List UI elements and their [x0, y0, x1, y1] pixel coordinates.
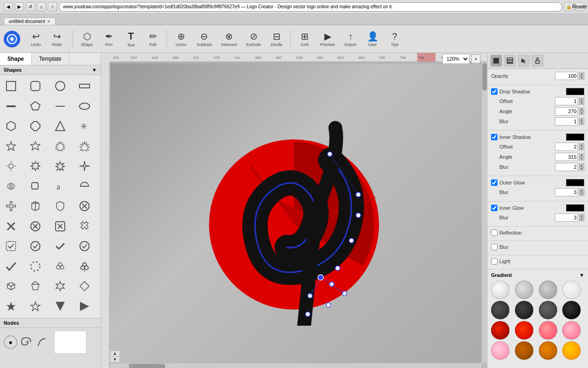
- swatch-gold[interactable]: [562, 341, 581, 360]
- shape-x-1[interactable]: [2, 217, 20, 236]
- canvas-viewport[interactable]: ▲ ▼: [110, 62, 487, 368]
- inner-shadow-blur-input[interactable]: [555, 163, 578, 171]
- shape-thin-rect[interactable]: [2, 97, 20, 115]
- drop-shadow-blur-input[interactable]: [555, 117, 578, 126]
- swatch-light-gray[interactable]: [515, 281, 533, 299]
- shape-x-circle[interactable]: [75, 197, 94, 215]
- logo-artwork[interactable]: [202, 105, 395, 326]
- lock-btn[interactable]: [531, 55, 543, 67]
- shape-star6[interactable]: [26, 137, 45, 155]
- inner-glow-blur-spinner[interactable]: ▲▼: [579, 214, 584, 221]
- preview-button[interactable]: ▶ Preview: [317, 29, 339, 49]
- fill-tool-btn[interactable]: [490, 55, 502, 67]
- swatch-bright-red[interactable]: [515, 321, 533, 339]
- scroll-up-btn[interactable]: ▲: [110, 351, 119, 356]
- swatch-white[interactable]: [491, 281, 509, 299]
- shape-circle[interactable]: [51, 77, 69, 95]
- shape-star4[interactable]: [75, 157, 94, 175]
- reader-btn[interactable]: Reader: [575, 2, 584, 12]
- gradient-expand-icon[interactable]: ▼: [579, 272, 584, 278]
- outer-glow-checkbox[interactable]: [491, 179, 498, 186]
- nav-home[interactable]: ⌂: [37, 2, 46, 12]
- url-bar[interactable]: [59, 2, 562, 12]
- nav-bookmark[interactable]: ☆: [48, 2, 57, 12]
- zoom-in-btn[interactable]: +: [471, 54, 481, 63]
- drop-shadow-offset-input[interactable]: [555, 97, 578, 105]
- light-checkbox[interactable]: [491, 258, 498, 264]
- inner-shadow-angle-input[interactable]: [555, 153, 578, 161]
- shape-cube2[interactable]: [2, 277, 20, 295]
- edit-tool-button[interactable]: ✏ Edit: [143, 29, 163, 49]
- pointer-btn[interactable]: [518, 55, 530, 67]
- browser-tab[interactable]: untitled document ✕: [4, 17, 56, 25]
- shape-arrow-left[interactable]: [51, 297, 69, 316]
- inner-glow-color[interactable]: [566, 204, 584, 212]
- inner-shadow-angle-spinner[interactable]: ▲▼: [579, 153, 584, 161]
- shape-star5-2[interactable]: [2, 297, 20, 316]
- shape-wide-rect[interactable]: [75, 77, 94, 95]
- shape-rounded-rect[interactable]: [26, 77, 45, 95]
- node-circle-tool[interactable]: ●: [4, 335, 17, 349]
- shape-triangle[interactable]: [51, 117, 69, 135]
- swatch-red[interactable]: [491, 321, 509, 339]
- swatch-rose[interactable]: [491, 341, 509, 360]
- redo-button[interactable]: ↪ Redo: [47, 29, 67, 49]
- nav-forward[interactable]: ▶: [15, 2, 24, 12]
- shape-star12[interactable]: [51, 137, 69, 155]
- drawing-canvas[interactable]: [110, 63, 487, 367]
- grid-button[interactable]: ⊞ Grid: [294, 29, 315, 49]
- shape-arrow-right[interactable]: [75, 297, 94, 316]
- opacity-spinner[interactable]: ▲ ▼: [579, 72, 584, 80]
- outer-glow-blur-input[interactable]: [555, 188, 578, 196]
- shape-star5-outline[interactable]: [26, 297, 45, 316]
- inner-shadow-checkbox[interactable]: [491, 134, 498, 140]
- shape-tool-button[interactable]: ⬡ Shape: [77, 29, 97, 49]
- inner-shadow-blur-spinner[interactable]: ▲▼: [579, 163, 584, 171]
- shape-octagon[interactable]: [26, 117, 45, 135]
- shape-check-large[interactable]: [2, 257, 20, 276]
- swatch-charcoal[interactable]: [515, 301, 533, 319]
- inner-shadow-color[interactable]: [566, 133, 584, 141]
- outer-glow-blur-spinner[interactable]: ▲▼: [579, 189, 584, 196]
- layers-btn[interactable]: [504, 55, 516, 67]
- tab-close-btn[interactable]: ✕: [47, 19, 51, 24]
- tab-shape[interactable]: Shape: [0, 53, 32, 65]
- shape-clover[interactable]: [51, 257, 69, 276]
- opacity-input[interactable]: [555, 72, 578, 80]
- nav-refresh[interactable]: ↺: [26, 2, 35, 12]
- shape-cube3d[interactable]: [26, 197, 45, 215]
- scroll-down-btn[interactable]: ▼: [110, 356, 119, 362]
- shape-clover-2[interactable]: [75, 257, 94, 276]
- shape-check-circle[interactable]: [26, 237, 45, 255]
- inner-shadow-offset-spinner[interactable]: ▲▼: [579, 143, 584, 150]
- vertical-scrollbar[interactable]: [481, 62, 487, 363]
- zoom-select[interactable]: 120% 50% 75% 100% 150% 200%: [442, 54, 469, 64]
- shape-star-rounded[interactable]: [51, 157, 69, 175]
- undo-button[interactable]: ↩ Undo: [26, 29, 46, 49]
- node-curve-tool[interactable]: [35, 335, 49, 349]
- shape-line[interactable]: [51, 97, 69, 115]
- tab-template[interactable]: Template: [32, 53, 69, 65]
- inner-glow-blur-input[interactable]: [555, 213, 578, 222]
- shape-asterisk[interactable]: ✳: [75, 117, 94, 135]
- shape-sunburst[interactable]: [2, 157, 20, 175]
- shape-hexagon[interactable]: [2, 117, 20, 135]
- shape-badge[interactable]: [26, 157, 45, 175]
- tips-button[interactable]: ? Tips: [384, 29, 405, 49]
- inner-shadow-offset-input[interactable]: [555, 143, 578, 151]
- swatch-graphite[interactable]: [539, 301, 557, 319]
- inner-glow-checkbox[interactable]: [491, 205, 498, 211]
- shapes-dropdown-icon[interactable]: ▼: [92, 67, 97, 73]
- outer-glow-color[interactable]: [566, 179, 584, 186]
- shape-check-circle-2[interactable]: [75, 237, 94, 255]
- node-spiral-tool[interactable]: [19, 335, 33, 349]
- shape-text-a[interactable]: a: [51, 177, 69, 196]
- drop-shadow-color[interactable]: [566, 88, 584, 95]
- subtract-button[interactable]: ⊖ Subtract: [193, 29, 216, 49]
- shape-checkbox[interactable]: [2, 237, 20, 255]
- drop-shadow-angle-input[interactable]: [555, 107, 578, 115]
- shape-x-2[interactable]: [26, 217, 45, 236]
- swatch-light-pink[interactable]: [562, 321, 581, 339]
- shape-checkmark[interactable]: [51, 237, 69, 255]
- drop-shadow-angle-spinner[interactable]: ▲▼: [579, 108, 584, 115]
